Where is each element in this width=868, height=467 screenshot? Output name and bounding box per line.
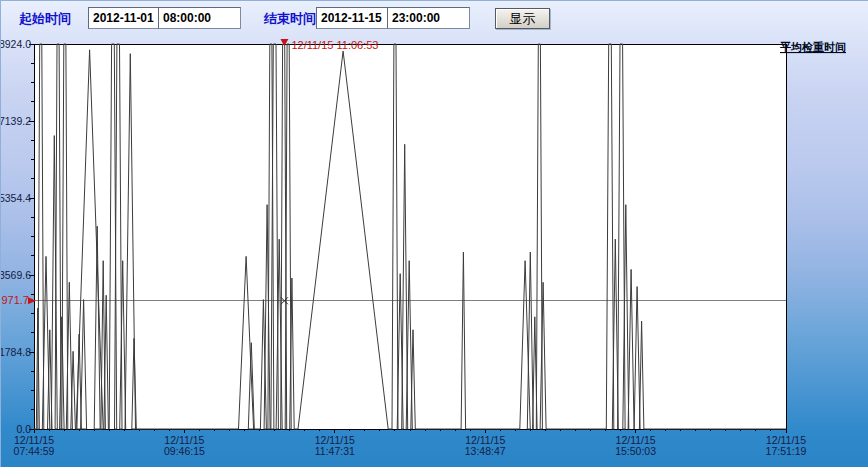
svg-text:8924.0: 8924.0	[1, 38, 31, 50]
x-axis-labels: 12/11/1507:44:5912/11/1509:46:1512/11/15…	[14, 434, 807, 457]
svg-text:07:44:59: 07:44:59	[14, 445, 55, 457]
cursor-time-label: 12/11/15 11:06:53	[291, 39, 378, 51]
svg-text:17:51:19: 17:51:19	[766, 445, 807, 457]
x-axis	[34, 429, 786, 433]
svg-text:7139.2: 7139.2	[1, 115, 31, 127]
plot-area[interactable]	[34, 44, 786, 429]
svg-text:11:47:31: 11:47:31	[315, 445, 355, 457]
svg-text:1784.8: 1784.8	[1, 346, 31, 358]
svg-text:2971.7: 2971.7	[1, 294, 29, 306]
svg-text:5354.4: 5354.4	[1, 192, 31, 204]
start-clock-input[interactable]	[158, 7, 241, 29]
svg-text:15:50:03: 15:50:03	[615, 445, 656, 457]
legend-label: 平均检重时间	[780, 41, 846, 53]
y-axis	[29, 44, 34, 429]
y-axis-labels: 0.01784.83569.65354.47139.28924.0	[1, 38, 31, 435]
end-date-input[interactable]	[316, 7, 388, 29]
chart-canvas: 0.01784.83569.65354.47139.28924.012/11/1…	[1, 36, 868, 467]
end-clock-input[interactable]	[387, 7, 470, 29]
average-value-label: 2971.7	[1, 294, 36, 306]
show-button[interactable]: 显示	[495, 8, 550, 29]
start-date-input[interactable]	[88, 7, 159, 29]
trend-chart: 0.01784.83569.65354.47139.28924.012/11/1…	[1, 36, 868, 467]
trend-viewer-window: 起始时间 结束时间 显示 0.01784.83569.65354.47139.2…	[0, 0, 868, 467]
end-time-label: 结束时间	[264, 10, 316, 28]
svg-text:0.0: 0.0	[16, 423, 31, 435]
start-time-label: 起始时间	[19, 10, 71, 28]
svg-text:09:46:15: 09:46:15	[164, 445, 205, 457]
svg-text:13:48:47: 13:48:47	[465, 445, 506, 457]
svg-text:3569.6: 3569.6	[1, 269, 31, 281]
